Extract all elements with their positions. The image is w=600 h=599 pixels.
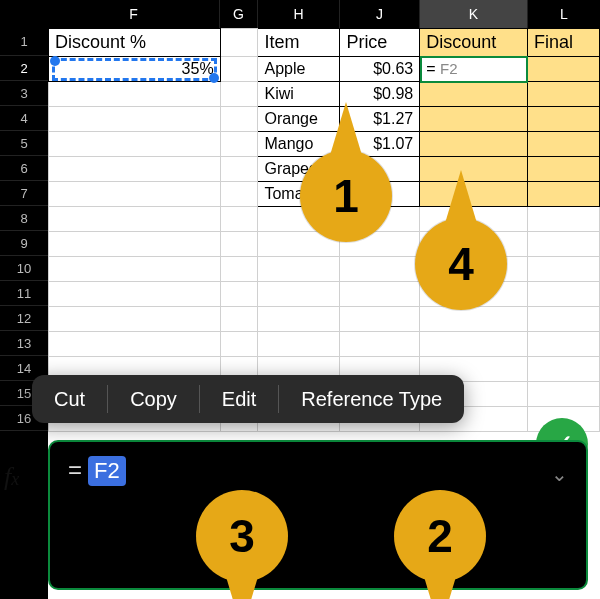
row-12[interactable]: 12 (0, 306, 48, 331)
row-header-bar: 1 2 3 4 5 6 7 8 9 10 11 12 13 14 15 16 (0, 28, 48, 599)
cell-K1[interactable]: Discount (420, 29, 528, 57)
row-6[interactable]: 6 (0, 156, 48, 181)
row-11[interactable]: 11 (0, 281, 48, 306)
cell-G3[interactable] (220, 82, 258, 107)
context-menu: Cut Copy Edit Reference Type (32, 375, 464, 423)
row-13[interactable]: 13 (0, 331, 48, 356)
cell-F4[interactable] (49, 107, 221, 132)
row-9[interactable]: 9 (0, 231, 48, 256)
selectall-corner[interactable] (0, 0, 48, 28)
col-K[interactable]: K (420, 0, 528, 28)
formula-eq: = (68, 456, 82, 484)
cut-button[interactable]: Cut (32, 375, 107, 423)
annotation-callout-4: 4 (415, 218, 507, 310)
cell-L2[interactable] (528, 57, 600, 82)
cell-K2[interactable]: = F2 (420, 57, 528, 82)
formula-bar[interactable]: = F2 ⌄ (48, 440, 588, 590)
chevron-down-icon[interactable]: ⌄ (551, 462, 568, 486)
cell-L7[interactable] (528, 182, 600, 207)
cell-G5[interactable] (220, 132, 258, 157)
row-4[interactable]: 4 (0, 106, 48, 131)
cell-L6[interactable] (528, 157, 600, 182)
row-8[interactable]: 8 (0, 206, 48, 231)
row-3[interactable]: 3 (0, 81, 48, 106)
cell-F2[interactable]: 35% (49, 57, 221, 82)
cell-G2[interactable] (220, 57, 258, 82)
col-J[interactable]: J (340, 0, 420, 28)
col-G[interactable]: G (220, 0, 258, 28)
fx-label: fx (4, 462, 19, 492)
row-5[interactable]: 5 (0, 131, 48, 156)
col-L[interactable]: L (528, 0, 600, 28)
cell-L1[interactable]: Final (528, 29, 600, 57)
annotation-callout-2: 2 (394, 490, 486, 582)
cell-L4[interactable] (528, 107, 600, 132)
cell-K2-ref: F2 (440, 60, 458, 77)
cell-L5[interactable] (528, 132, 600, 157)
cell-K2-eq: = (426, 60, 435, 77)
edit-button[interactable]: Edit (200, 375, 278, 423)
cell-K4[interactable] (420, 107, 528, 132)
annotation-callout-3: 3 (196, 490, 288, 582)
cell-F6[interactable] (49, 157, 221, 182)
cell-H1[interactable]: Item (258, 29, 340, 57)
cell-G7[interactable] (220, 182, 258, 207)
cell-F3[interactable] (49, 82, 221, 107)
cell-K5[interactable] (420, 132, 528, 157)
row-10[interactable]: 10 (0, 256, 48, 281)
cell-G1[interactable] (220, 29, 258, 57)
cell-L3[interactable] (528, 82, 600, 107)
cell-H2[interactable]: Apple (258, 57, 340, 82)
cell-F7[interactable] (49, 182, 221, 207)
copy-button[interactable]: Copy (108, 375, 199, 423)
col-H[interactable]: H (258, 0, 340, 28)
row-7[interactable]: 7 (0, 181, 48, 206)
column-header-bar: F G H J K L (0, 0, 600, 28)
cell-K3[interactable] (420, 82, 528, 107)
row-2[interactable]: 2 (0, 56, 48, 81)
col-F[interactable]: F (48, 0, 220, 28)
cell-F5[interactable] (49, 132, 221, 157)
cell-F1[interactable]: Discount % (49, 29, 221, 57)
cell-G4[interactable] (220, 107, 258, 132)
annotation-callout-1: 1 (300, 150, 392, 242)
cell-G6[interactable] (220, 157, 258, 182)
row-1[interactable]: 1 (0, 28, 48, 56)
reference-type-button[interactable]: Reference Type (279, 375, 464, 423)
cell-J1[interactable]: Price (340, 29, 420, 57)
cell-J2[interactable]: $0.63 (340, 57, 420, 82)
formula-reference-token[interactable]: F2 (88, 456, 126, 486)
